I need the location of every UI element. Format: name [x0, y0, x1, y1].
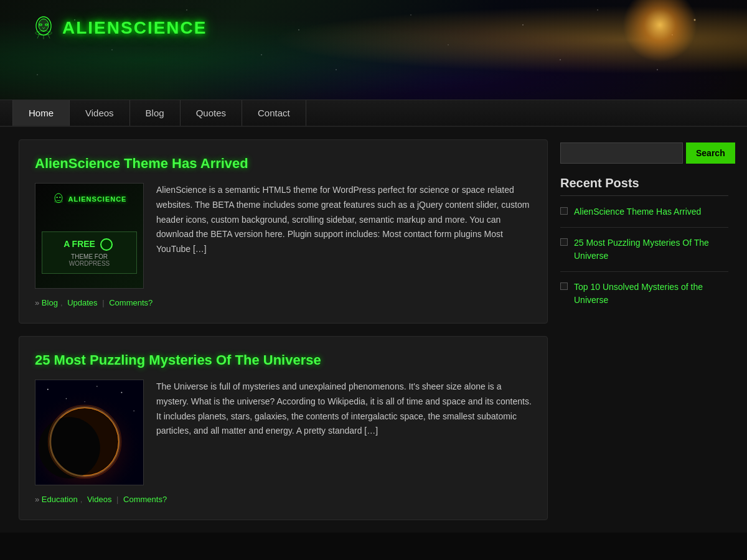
logo-area[interactable]: AlienScience: [31, 16, 207, 40]
search-button[interactable]: Search: [686, 142, 735, 164]
recent-post-link[interactable]: Top 10 Unsolved Mysteries of the Univers…: [574, 281, 728, 307]
post-card: 25 Most Puzzling Mysteries Of The Univer…: [19, 336, 548, 520]
svg-point-17: [66, 398, 67, 399]
main-navigation: Home Videos Blog Quotes Contact: [0, 100, 747, 127]
svg-point-5: [45, 24, 47, 26]
svg-point-18: [121, 392, 122, 393]
post-body: AlienScience A FREE THEME FOR WORDPRESS …: [35, 183, 532, 289]
search-input[interactable]: [560, 142, 683, 164]
recent-post-item: 25 Most Puzzling Mysteries Of The Univer…: [560, 236, 728, 272]
svg-point-12: [59, 197, 61, 198]
site-header: AlienScience: [0, 0, 747, 100]
svg-point-21: [84, 401, 85, 402]
svg-point-4: [40, 24, 42, 26]
post-title[interactable]: 25 Most Puzzling Mysteries Of The Univer…: [35, 352, 532, 368]
post-thumbnail: [35, 380, 144, 485]
svg-point-10: [55, 194, 62, 203]
nav-item-quotes[interactable]: Quotes: [181, 100, 242, 126]
tag-separator: ,: [80, 495, 83, 504]
svg-point-20: [96, 386, 97, 386]
meta-prefix: »: [35, 495, 39, 504]
tag-education[interactable]: Education: [42, 495, 78, 504]
bullet-icon: [560, 238, 568, 246]
bullet-icon: [560, 282, 568, 290]
search-widget-container: Search: [560, 139, 728, 164]
nav-item-videos[interactable]: Videos: [70, 100, 130, 126]
meta-separator: |: [102, 298, 106, 307]
tag-videos[interactable]: Videos: [87, 495, 112, 504]
universe-image: [35, 380, 144, 485]
sidebar: Search Recent Posts AlienScience Theme H…: [560, 139, 728, 520]
tag-blog[interactable]: Blog: [42, 298, 58, 307]
post-body: The Universe is full of mysteries and un…: [35, 380, 532, 485]
bullet-icon: [560, 207, 568, 215]
search-widget: Search: [560, 142, 728, 164]
svg-point-11: [56, 197, 58, 198]
post-excerpt: The Universe is full of mysteries and un…: [156, 380, 532, 485]
recent-post-link[interactable]: AlienScience Theme Has Arrived: [574, 205, 701, 218]
nav-item-home[interactable]: Home: [12, 100, 70, 126]
post-excerpt: AlienScience is a semantic HTML5 theme f…: [156, 183, 532, 289]
nav-item-contact[interactable]: Contact: [242, 100, 306, 126]
thumb-free-text: A FREE: [49, 238, 130, 251]
post-meta: » Education, Videos | Comments?: [35, 495, 532, 504]
meta-separator: |: [116, 495, 121, 504]
thumb-wordpress: WORDPRESS: [49, 260, 130, 267]
thumb-alien-icon: [52, 193, 65, 205]
content-area: AlienScience Theme Has Arrived AlienScie…: [19, 139, 548, 520]
comments-link[interactable]: Comments?: [109, 298, 153, 307]
tag-separator: ,: [60, 298, 63, 307]
thumb-theme-for: THEME FOR: [49, 253, 130, 260]
recent-post-item: Top 10 Unsolved Mysteries of the Univers…: [560, 281, 728, 315]
recent-post-item: AlienScience Theme Has Arrived: [560, 205, 728, 228]
post-card: AlienScience Theme Has Arrived AlienScie…: [19, 139, 548, 324]
tag-updates[interactable]: Updates: [67, 298, 97, 307]
thumb-logo-area: AlienScience: [52, 193, 127, 205]
wp-circle-icon: [100, 238, 113, 251]
svg-point-24: [39, 417, 100, 478]
svg-point-19: [133, 411, 134, 412]
recent-posts-title: Recent Posts: [560, 176, 728, 196]
main-container: AlienScience Theme Has Arrived AlienScie…: [0, 127, 747, 533]
recent-post-link[interactable]: 25 Most Puzzling Mysteries Of The Univer…: [574, 236, 728, 263]
post-meta: » Blog, Updates | Comments?: [35, 298, 532, 307]
thumb-free-banner: A FREE THEME FOR WORDPRESS: [42, 231, 137, 274]
post-title[interactable]: AlienScience Theme Has Arrived: [35, 156, 532, 172]
thumb-logo-text: AlienScience: [68, 195, 127, 203]
post-thumbnail: AlienScience A FREE THEME FOR WORDPRESS: [35, 183, 144, 289]
nav-item-blog[interactable]: Blog: [130, 100, 181, 126]
recent-posts-widget: Recent Posts AlienScience Theme Has Arri…: [560, 176, 728, 324]
comments-link[interactable]: Comments?: [123, 495, 167, 504]
svg-point-16: [47, 389, 49, 390]
alien-logo-icon: [31, 16, 56, 40]
meta-prefix: »: [35, 298, 39, 307]
site-logo-text: AlienScience: [62, 18, 207, 38]
